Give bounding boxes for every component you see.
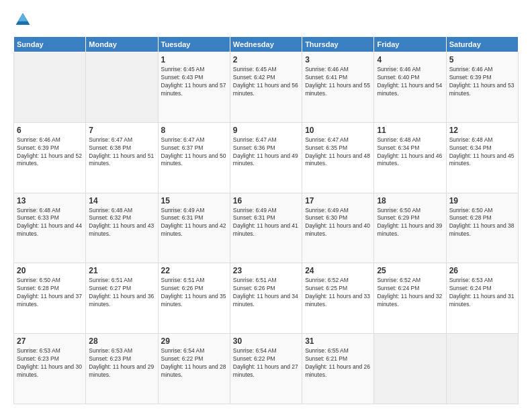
day-info: Sunrise: 6:50 AMSunset: 6:29 PMDaylight:… [377,207,443,239]
sunset-text: Sunset: 6:39 PM [449,74,515,82]
sunset-text: Sunset: 6:40 PM [377,74,443,82]
sunset-text: Sunset: 6:23 PM [89,355,154,363]
daylight-text: Daylight: 11 hours and 26 minutes. [305,363,371,379]
day-info: Sunrise: 6:46 AMSunset: 6:39 PMDaylight:… [449,66,515,98]
day-cell: 5Sunrise: 6:46 AMSunset: 6:39 PMDaylight… [446,52,518,123]
sunrise-text: Sunrise: 6:47 AM [305,136,371,144]
sunrise-text: Sunrise: 6:49 AM [233,207,299,215]
day-info: Sunrise: 6:48 AMSunset: 6:34 PMDaylight:… [377,136,443,169]
day-cell: 30Sunrise: 6:54 AMSunset: 6:22 PMDayligh… [230,334,302,404]
sunrise-text: Sunrise: 6:50 AM [17,277,83,285]
day-cell: 23Sunrise: 6:51 AMSunset: 6:26 PMDayligh… [230,263,302,334]
sunset-text: Sunset: 6:23 PM [17,355,83,363]
day-info: Sunrise: 6:51 AMSunset: 6:26 PMDaylight:… [161,277,227,309]
daylight-text: Daylight: 11 hours and 31 minutes. [449,293,515,309]
day-cell: 10Sunrise: 6:47 AMSunset: 6:35 PMDayligh… [302,122,374,193]
day-info: Sunrise: 6:46 AMSunset: 6:39 PMDaylight:… [17,136,83,169]
day-number: 24 [305,266,371,275]
sunrise-text: Sunrise: 6:51 AM [161,277,227,285]
day-number: 4 [377,55,443,64]
day-info: Sunrise: 6:55 AMSunset: 6:21 PMDaylight:… [305,347,371,379]
day-number: 6 [17,126,83,135]
day-info: Sunrise: 6:47 AMSunset: 6:35 PMDaylight:… [305,136,371,169]
day-cell: 6Sunrise: 6:46 AMSunset: 6:39 PMDaylight… [14,122,86,193]
sunset-text: Sunset: 6:31 PM [161,214,227,222]
day-cell: 21Sunrise: 6:51 AMSunset: 6:27 PMDayligh… [86,263,158,334]
sunrise-text: Sunrise: 6:45 AM [161,66,227,74]
daylight-text: Daylight: 11 hours and 33 minutes. [305,293,371,309]
daylight-text: Daylight: 11 hours and 44 minutes. [17,222,83,238]
day-info: Sunrise: 6:54 AMSunset: 6:22 PMDaylight:… [161,347,227,379]
logo-icon [13,11,32,30]
day-number: 23 [233,266,299,275]
sunrise-text: Sunrise: 6:50 AM [449,207,515,215]
day-number: 20 [17,266,83,275]
sunset-text: Sunset: 6:32 PM [89,214,154,222]
sunset-text: Sunset: 6:38 PM [89,144,154,152]
sunrise-text: Sunrise: 6:48 AM [89,207,154,215]
header [13,11,519,30]
sunset-text: Sunset: 6:24 PM [449,285,515,293]
weekday-header-tuesday: Tuesday [158,37,230,52]
daylight-text: Daylight: 11 hours and 46 minutes. [377,152,443,169]
sunset-text: Sunset: 6:34 PM [377,144,443,152]
day-cell [14,52,86,123]
day-cell: 9Sunrise: 6:47 AMSunset: 6:36 PMDaylight… [230,122,302,193]
weekday-header-friday: Friday [374,37,446,52]
sunset-text: Sunset: 6:22 PM [233,355,299,363]
day-cell: 8Sunrise: 6:47 AMSunset: 6:37 PMDaylight… [158,122,230,193]
daylight-text: Daylight: 11 hours and 52 minutes. [17,152,83,169]
sunset-text: Sunset: 6:35 PM [305,144,371,152]
day-info: Sunrise: 6:49 AMSunset: 6:31 PMDaylight:… [161,207,227,239]
day-info: Sunrise: 6:50 AMSunset: 6:28 PMDaylight:… [449,207,515,239]
day-number: 31 [305,336,371,346]
week-row-5: 27Sunrise: 6:53 AMSunset: 6:23 PMDayligh… [14,334,519,404]
sunset-text: Sunset: 6:39 PM [17,144,83,152]
sunrise-text: Sunrise: 6:51 AM [89,277,154,285]
sunrise-text: Sunrise: 6:50 AM [377,207,443,215]
day-number: 29 [161,336,227,346]
week-row-3: 13Sunrise: 6:48 AMSunset: 6:33 PMDayligh… [14,193,519,263]
daylight-text: Daylight: 11 hours and 53 minutes. [449,82,515,98]
sunset-text: Sunset: 6:21 PM [305,355,371,363]
sunset-text: Sunset: 6:36 PM [233,144,299,152]
week-row-1: 1Sunrise: 6:45 AMSunset: 6:43 PMDaylight… [14,52,519,123]
sunset-text: Sunset: 6:25 PM [305,285,371,293]
day-info: Sunrise: 6:54 AMSunset: 6:22 PMDaylight:… [233,347,299,379]
day-number: 13 [17,196,83,205]
day-cell: 2Sunrise: 6:45 AMSunset: 6:42 PMDaylight… [230,52,302,123]
sunset-text: Sunset: 6:28 PM [449,214,515,222]
day-number: 2 [233,55,299,64]
daylight-text: Daylight: 11 hours and 45 minutes. [449,152,515,169]
day-number: 26 [449,266,515,275]
day-info: Sunrise: 6:45 AMSunset: 6:42 PMDaylight:… [233,66,299,98]
day-info: Sunrise: 6:53 AMSunset: 6:23 PMDaylight:… [17,347,83,379]
day-number: 30 [233,336,299,346]
day-info: Sunrise: 6:51 AMSunset: 6:27 PMDaylight:… [89,277,154,309]
day-number: 21 [89,266,154,275]
day-info: Sunrise: 6:51 AMSunset: 6:26 PMDaylight:… [233,277,299,309]
daylight-text: Daylight: 11 hours and 35 minutes. [161,293,227,309]
calendar-table: SundayMondayTuesdayWednesdayThursdayFrid… [13,36,519,404]
calendar-header: SundayMondayTuesdayWednesdayThursdayFrid… [14,37,519,52]
sunrise-text: Sunrise: 6:47 AM [233,136,299,144]
sunrise-text: Sunrise: 6:52 AM [305,277,371,285]
daylight-text: Daylight: 11 hours and 32 minutes. [377,293,443,309]
sunset-text: Sunset: 6:42 PM [233,74,299,82]
day-info: Sunrise: 6:48 AMSunset: 6:32 PMDaylight:… [89,207,154,239]
day-number: 7 [89,126,154,135]
day-cell: 13Sunrise: 6:48 AMSunset: 6:33 PMDayligh… [14,193,86,263]
sunset-text: Sunset: 6:43 PM [161,74,227,82]
daylight-text: Daylight: 11 hours and 40 minutes. [305,222,371,238]
day-number: 9 [233,126,299,135]
day-number: 8 [161,126,227,135]
day-info: Sunrise: 6:49 AMSunset: 6:31 PMDaylight:… [233,207,299,239]
weekday-header-saturday: Saturday [446,37,518,52]
sunrise-text: Sunrise: 6:46 AM [17,136,83,144]
day-number: 14 [89,196,154,205]
sunrise-text: Sunrise: 6:55 AM [305,347,371,355]
day-number: 18 [377,196,443,205]
sunset-text: Sunset: 6:22 PM [161,355,227,363]
sunrise-text: Sunrise: 6:48 AM [449,136,515,144]
sunrise-text: Sunrise: 6:53 AM [17,347,83,355]
